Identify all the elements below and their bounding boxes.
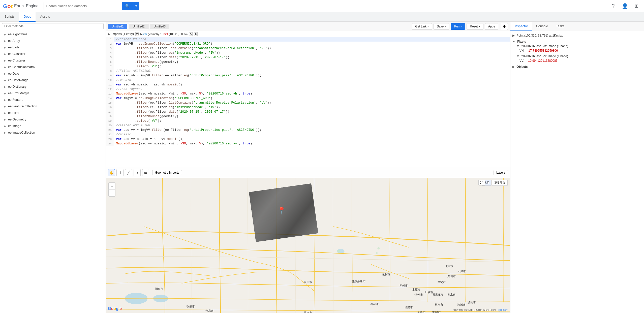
method-item-featurecollection[interactable]: ▶ ee.FeatureCollection: [0, 103, 106, 110]
search-button[interactable]: 🔍: [122, 2, 133, 10]
tab-tasks[interactable]: Tasks: [552, 22, 568, 31]
method-item-array[interactable]: ▶ ee.Array: [0, 38, 106, 44]
save-button[interactable]: Save ▾: [434, 23, 449, 30]
city-label-tianjin: 天津市: [457, 269, 466, 273]
method-item-image[interactable]: ▶ ee.Image: [0, 123, 106, 129]
help-button[interactable]: ?: [609, 2, 618, 11]
method-item-clusterer[interactable]: ▶ ee.Clusterer: [0, 57, 106, 64]
code-line-15: 15 .filter(ee.Filter.listContains('trans…: [106, 101, 510, 105]
map-type-satellite[interactable]: 卫星图像: [492, 180, 508, 186]
method-item-geometry[interactable]: ▶ ee.Geometry: [0, 116, 106, 123]
app-name: Earth: [14, 4, 24, 8]
tab-console[interactable]: Console: [532, 22, 552, 31]
reset-button[interactable]: Reset ▾: [467, 23, 483, 30]
expand-objects-icon[interactable]: ▶: [512, 65, 515, 69]
run-button[interactable]: Run ▾: [451, 23, 465, 30]
expand-imports-icon[interactable]: ▶: [108, 32, 110, 36]
city-label-liaocheng: 聊城市: [457, 303, 466, 307]
method-item-feature[interactable]: ▶ ee.Feature: [0, 97, 106, 103]
line-number: 7: [106, 64, 114, 69]
save-import-icon[interactable]: 💾: [135, 32, 139, 36]
line-content: .filter(ee.Filter.date('2020-07-15','202…: [114, 55, 510, 60]
inspector-tab-bar: Inspector Console Tasks: [510, 22, 644, 31]
settings-button[interactable]: ⚙: [501, 23, 508, 30]
search-dropdown-button[interactable]: ▾: [133, 2, 139, 10]
expand-vh-icon[interactable]: ▼: [516, 44, 519, 48]
line-content: .filterBounds(geometry): [114, 114, 510, 119]
polygon-tool-button[interactable]: ▷: [134, 169, 141, 176]
zoom-out-button[interactable]: −: [108, 190, 115, 197]
method-item-classifier[interactable]: ▶ ee.Classifier: [0, 51, 106, 57]
line-number: 9: [106, 73, 114, 78]
map-container[interactable]: ✋ ℹ ╱ ▷ ▭ Geometry Imports: [106, 167, 510, 313]
search-icon: 🔍: [125, 4, 130, 8]
polygon-icon: ▷: [136, 171, 139, 175]
info-tool-button[interactable]: ℹ: [116, 169, 124, 176]
tab-docs[interactable]: Docs: [19, 12, 36, 22]
editor-tab-2[interactable]: Untitled2: [129, 24, 148, 29]
method-item-daterange[interactable]: ▶ ee.DateRange: [0, 77, 106, 83]
fullscreen-button[interactable]: ⛶: [478, 180, 485, 185]
city-label-ordos: 鄂尔多斯市: [352, 279, 365, 283]
apps-grid-icon: ⊞: [635, 3, 638, 9]
filter-methods-input[interactable]: [2, 23, 104, 29]
method-item-imagecollection[interactable]: ▶ ee.ImageCollection: [0, 129, 106, 136]
tab-scripts[interactable]: Scripts: [0, 12, 19, 22]
method-item-date[interactable]: ▶ ee.Date: [0, 70, 106, 77]
editor-tab-1[interactable]: Untitled1: [108, 24, 127, 29]
hand-icon: ✋: [109, 171, 114, 175]
method-label: ee.Geometry: [8, 118, 26, 121]
expand-arrow-icon: ▶: [4, 53, 6, 55]
get-link-button[interactable]: Get Link ▾: [412, 23, 432, 30]
method-item-errormargin[interactable]: ▶ ee.ErrorMargin: [0, 90, 106, 97]
method-label: ee.Blob: [8, 46, 19, 49]
expand-vv-icon[interactable]: ▼: [516, 54, 519, 58]
expand-arrow-icon: ▶: [4, 72, 6, 75]
expand-point-icon[interactable]: ▶: [512, 34, 515, 37]
method-label: ee.Filter: [8, 111, 19, 115]
hand-tool-button[interactable]: ✋: [108, 169, 115, 176]
editor-tab-3[interactable]: Untitled3: [150, 24, 169, 29]
search-input[interactable]: [44, 4, 122, 8]
code-line-16: 16 .filter(ee.Filter.eq('instrumentMode'…: [106, 105, 510, 110]
account-button[interactable]: 👤: [620, 2, 629, 11]
image-vh-label: 20200716_asc_vh: Image (1 band): [521, 44, 568, 48]
method-item-filter[interactable]: ▶ ee.Filter: [0, 110, 106, 116]
method-item-blob[interactable]: ▶ ee.Blob: [0, 44, 106, 51]
terms-link[interactable]: 使用条款: [498, 309, 508, 311]
line-content: .filter(ee.Filter.eq('instrumentMode', '…: [114, 51, 510, 55]
grid-apps-button[interactable]: ⊞: [632, 2, 641, 11]
expand-arrow-icon: ▶: [4, 59, 6, 62]
google-logo-icon: Google: [3, 2, 13, 10]
method-item-confusionmatrix[interactable]: ▶ ee.ConfusionMatrix: [0, 64, 106, 70]
method-label: ee.Clusterer: [8, 59, 25, 62]
vv-key: VV:: [519, 59, 524, 62]
city-label-yangquan: 阳泉市: [425, 290, 433, 294]
expand-arrow-icon: ▶: [4, 46, 6, 49]
zoom-in-button[interactable]: +: [108, 182, 115, 190]
chevron-down-icon: ▾: [479, 25, 480, 28]
code-editor[interactable]: 1 //select VH band. 2 var imgVH = ee.Ima…: [106, 37, 510, 167]
delete-import-button[interactable]: 🗑: [194, 32, 198, 36]
method-item-dictionary[interactable]: ▶ ee.Dictionary: [0, 83, 106, 90]
expand-pixels-icon[interactable]: ▼: [512, 40, 515, 43]
layers-button[interactable]: Layers: [494, 170, 508, 175]
edit-import-button[interactable]: ✎: [189, 32, 193, 36]
city-label-changzhi: 长治市: [417, 310, 425, 313]
city-label-lvliang: 吕梁市: [405, 305, 413, 309]
tab-assets[interactable]: Assets: [36, 12, 54, 22]
apps-button[interactable]: Apps: [485, 23, 498, 30]
method-item-algorithms[interactable]: ▶ ee.Algorithms: [0, 31, 106, 38]
reset-label: Reset: [470, 25, 478, 28]
chevron-down-icon: ▾: [135, 4, 137, 8]
rectangle-tool-button[interactable]: ▭: [142, 169, 149, 176]
objects-section-label: Objects: [516, 65, 528, 69]
line-number: 17: [106, 110, 114, 114]
tab-inspector[interactable]: Inspector: [510, 22, 532, 31]
line-content: //load layers.: [114, 87, 510, 91]
var-expand-icon[interactable]: ▶: [140, 33, 142, 36]
account-icon: 👤: [622, 3, 628, 9]
line-tool-button[interactable]: ╱: [125, 169, 132, 176]
geometry-imports-label: Geometry Imports: [155, 171, 179, 174]
geometry-imports-button[interactable]: Geometry Imports: [152, 170, 182, 175]
